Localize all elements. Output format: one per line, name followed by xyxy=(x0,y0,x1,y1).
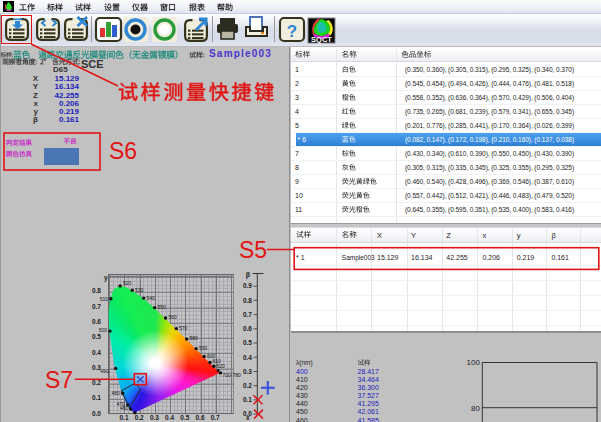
svg-text:0.9: 0.9 xyxy=(243,282,252,289)
svg-text:0.5: 0.5 xyxy=(243,339,252,346)
svg-text:580: 580 xyxy=(190,335,199,341)
svg-text:0.2: 0.2 xyxy=(243,382,252,389)
svg-text:y: y xyxy=(104,274,108,282)
svg-text:510: 510 xyxy=(100,296,109,302)
svg-text:530: 530 xyxy=(135,287,144,293)
svg-text:460: 460 xyxy=(120,405,129,411)
svg-text:0.0: 0.0 xyxy=(243,410,252,417)
svg-text:0.7: 0.7 xyxy=(92,303,101,310)
svg-text:0.4: 0.4 xyxy=(165,414,174,421)
svg-text:0.8: 0.8 xyxy=(92,287,101,294)
svg-text:620: 620 xyxy=(217,363,226,369)
svg-text:0.7: 0.7 xyxy=(243,311,252,318)
svg-text:0.6: 0.6 xyxy=(92,318,101,325)
svg-text:0.5: 0.5 xyxy=(180,414,189,421)
svg-text:0.2: 0.2 xyxy=(92,379,101,386)
svg-text:β: β xyxy=(246,271,251,279)
svg-text:0.8: 0.8 xyxy=(243,297,252,304)
svg-text:0.7: 0.7 xyxy=(211,414,220,421)
svg-text:700-780: 700-780 xyxy=(223,372,242,378)
svg-text:0.4: 0.4 xyxy=(243,354,252,361)
svg-text:0.6: 0.6 xyxy=(195,414,204,421)
svg-text:0.2: 0.2 xyxy=(135,414,144,421)
svg-text:480: 480 xyxy=(112,390,121,396)
svg-text:0.3: 0.3 xyxy=(150,414,159,421)
svg-text:540: 540 xyxy=(147,295,156,301)
svg-text:500: 500 xyxy=(99,327,108,333)
svg-text:0.3: 0.3 xyxy=(243,368,252,375)
svg-text:0.1: 0.1 xyxy=(92,394,101,401)
svg-text:590: 590 xyxy=(199,345,208,351)
svg-text:490: 490 xyxy=(100,368,109,374)
svg-text:560: 560 xyxy=(169,314,178,320)
svg-text:0.0: 0.0 xyxy=(92,410,101,417)
svg-text:0.6: 0.6 xyxy=(243,325,252,332)
svg-text:0.4: 0.4 xyxy=(92,349,101,356)
svg-text:0.1: 0.1 xyxy=(243,396,252,403)
svg-text:520: 520 xyxy=(123,280,132,286)
svg-text:0.5: 0.5 xyxy=(92,333,101,340)
svg-text:550: 550 xyxy=(158,304,167,310)
svg-text:570: 570 xyxy=(179,325,188,331)
svg-text:0.1: 0.1 xyxy=(119,414,128,421)
